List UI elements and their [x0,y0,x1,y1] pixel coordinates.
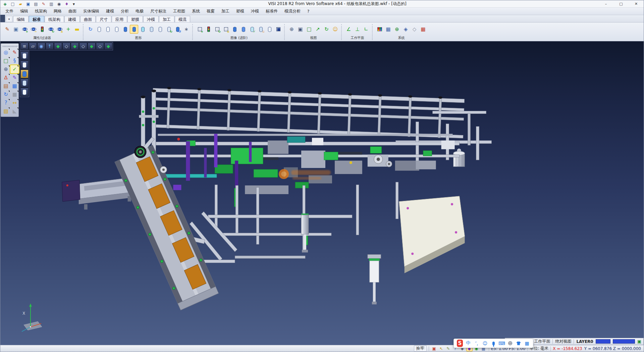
tab-线架构[interactable]: 线架构 [45,16,64,22]
tab-塑膜[interactable]: 塑膜 [127,16,143,22]
new-file-icon[interactable]: □ [9,1,16,7]
tab-编辑[interactable]: 编辑 [13,16,29,22]
system-settings-icon[interactable]: ⊕ [393,25,401,34]
snap-cursor-icon[interactable]: ↖ [438,346,444,351]
lock-toggle-button[interactable]: 拴牢 [414,345,427,352]
shaded-display-icon[interactable] [121,25,129,34]
view-iso-icon[interactable]: ◇ [96,43,104,50]
sogou-logo-icon[interactable]: S [457,340,463,347]
menu-item-塑模[interactable]: 塑模 [233,8,247,15]
pan-view-icon[interactable]: ↗ [314,25,322,34]
menu-item-?[interactable]: ? [304,8,312,14]
display-hidden-line-icon[interactable] [20,60,29,69]
menu-item-加工[interactable]: 加工 [218,8,232,15]
regen-view-icon[interactable]: ↻ [2,90,10,98]
texture-display-icon[interactable] [230,25,239,34]
confirm-selection-icon[interactable]: ✓ [10,65,19,73]
hide-remove-filter-icon[interactable]: − [29,25,38,34]
refresh-visibility-icon[interactable]: ↻ [47,25,55,34]
layer-palette-icon[interactable]: ▧ [2,107,10,115]
menu-item-系统[interactable]: 系统 [189,8,203,15]
view-front-icon[interactable]: ◇ [62,43,70,50]
workplane-align-icon[interactable]: ∟ [362,25,370,34]
print-icon[interactable]: ▤ [33,1,39,7]
ime-keyboard-icon[interactable]: ⌨ [499,340,505,347]
workplane-move-icon[interactable]: ∠ [344,25,353,34]
update-solids-icon[interactable]: ↺ [173,25,182,34]
menu-item-分析[interactable]: 分析 [118,8,132,15]
tab-冲模[interactable]: 冲模 [143,16,159,22]
visibility-filter-icon[interactable] [38,25,46,34]
zoom-toggle-icon[interactable]: ⊕ [2,65,10,73]
erase-edit-icon[interactable]: ✎ [10,48,19,56]
view-plane-icon[interactable]: ▱ [29,43,37,50]
transparent-display-icon[interactable] [139,25,147,34]
calculator-icon[interactable]: ▦ [384,25,392,34]
regen-solids-icon[interactable]: ↻ [165,25,173,34]
color-table-icon[interactable] [375,25,384,34]
hide-selected-icon[interactable]: ▬ [73,25,81,34]
ime-skin-icon[interactable] [516,340,522,347]
tab-dropdown-icon[interactable]: ▾ [6,16,12,22]
menu-item-视窗[interactable]: 视窗 [204,8,218,15]
copy-icon[interactable]: ▥ [48,1,55,7]
menu-item-曲面[interactable]: 曲面 [65,8,79,15]
view-right-icon[interactable]: ◇ [79,43,87,50]
menu-item-标准件[interactable]: 标准件 [263,8,281,15]
edit-attributes-icon[interactable]: ✎ [3,25,11,34]
open-file-icon[interactable]: ▰ [17,1,24,7]
tab-尺寸[interactable]: 尺寸 [96,16,111,22]
ime-voice-icon[interactable] [490,340,496,347]
menu-item-实体编辑[interactable]: 实体编辑 [80,8,102,15]
shaded-edges-display-icon[interactable] [130,25,138,34]
zoom-dynamic-icon[interactable]: ⊕ [287,25,296,34]
view-left-icon[interactable]: ◆ [71,43,79,50]
zoom-extents-icon[interactable]: □ [305,25,313,34]
view-menu-icon[interactable]: ≡ [20,43,29,50]
ucs-axis-icon[interactable]: ∆ [2,74,10,82]
view-axis-icon[interactable]: ↑ [46,43,54,50]
menu-item-网格[interactable]: 网格 [51,8,65,15]
palette-icon[interactable]: ♦ [63,1,70,7]
show-add-filter-icon[interactable]: + [20,25,29,34]
menu-item-尺寸标注[interactable]: 尺寸标注 [147,8,169,15]
snap-grid-icon[interactable]: ▣ [431,346,437,351]
tab-加工[interactable]: 加工 [159,16,174,22]
window-layout-icon[interactable]: ▦ [10,82,19,90]
wireframe-image-icon[interactable] [265,25,274,34]
flat-display-icon[interactable] [147,25,156,34]
menu-item-建模[interactable]: 建模 [103,8,117,15]
absolute-view-label[interactable]: 绝对视图 [555,339,571,344]
add-image-icon[interactable]: + [196,25,204,34]
menu-item-工程图[interactable]: 工程图 [170,8,188,15]
copy-attributes-icon[interactable]: ▣ [12,25,20,34]
minimize-button[interactable]: – [598,0,613,8]
ime-account-icon[interactable]: ☻ [507,340,513,347]
snap-edit-icon[interactable]: ✎ [445,346,451,351]
query-info-icon[interactable]: ◎ [2,48,10,56]
menu-item-模流分析[interactable]: 模流分析 [281,8,304,15]
layer-color-bar-wide[interactable] [613,339,635,344]
workplane-rotate-icon[interactable]: ⊥ [353,25,362,34]
close-button[interactable]: ✕ [629,0,644,8]
display-shaded-icon[interactable] [20,70,29,78]
save-icon[interactable]: ▣ [25,1,32,7]
stripe-display-icon[interactable] [239,25,248,34]
window-settings-icon[interactable]: ◈ [401,25,410,34]
menu-item-编辑[interactable]: 编辑 [17,8,31,15]
redraw-icon[interactable]: ↻ [86,25,95,34]
zoom-window-icon[interactable]: ▣ [296,25,305,34]
view-iso-sw-icon[interactable]: ◆ [104,43,112,50]
align-tool-icon[interactable]: ◣ [10,107,19,115]
tab-标准[interactable]: 标准 [29,16,44,22]
show-all-icon[interactable]: + [64,25,72,34]
maximize-button[interactable]: ▢ [613,0,629,8]
image-corner-icon[interactable]: ▫ [257,25,265,34]
menu-item-文件[interactable]: 文件 [2,8,16,15]
display-ghost-icon[interactable] [20,88,29,96]
rotate-view-icon[interactable]: ↻ [322,25,331,34]
view-orbit-icon[interactable]: ◉ [37,43,45,50]
view-top-icon[interactable]: ◆ [54,43,62,50]
layer-indicator[interactable]: LAYER0 [576,339,593,344]
menu-item-电极[interactable]: 电极 [132,8,147,15]
